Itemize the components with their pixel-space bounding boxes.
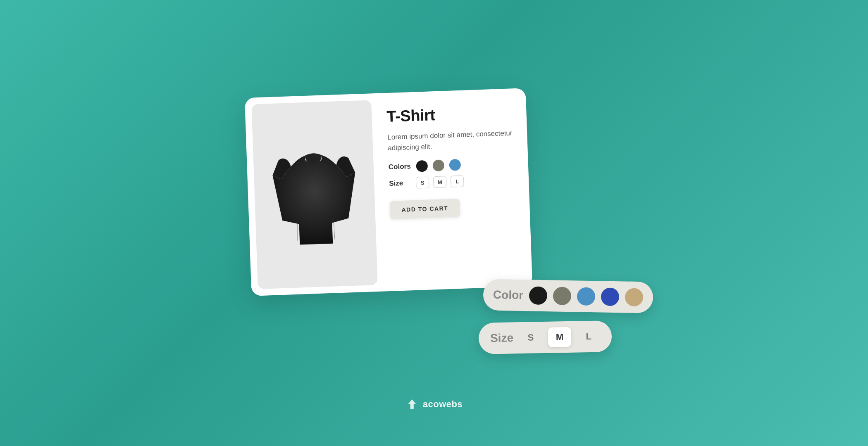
color-option-gray[interactable]	[432, 159, 444, 171]
size-btn-s[interactable]: S	[416, 177, 429, 189]
color-pill-gray[interactable]	[553, 287, 572, 305]
logo-container: acowebs	[405, 398, 463, 411]
color-pill-tan[interactable]	[625, 288, 644, 306]
color-pill-label: Color	[493, 288, 524, 302]
size-label: Size	[389, 179, 412, 188]
product-colors-row: Colors	[388, 157, 516, 173]
color-selector-pill: Color	[483, 279, 653, 313]
acowebs-logo-icon	[405, 398, 419, 411]
color-pill-black[interactable]	[529, 286, 548, 305]
colors-label: Colors	[389, 162, 412, 171]
color-pill-dark-blue[interactable]	[601, 287, 620, 306]
product-info: T-Shirt Lorem ipsum dolor sit amet, cons…	[378, 88, 533, 291]
size-pill-label: Size	[490, 331, 514, 345]
product-image	[267, 135, 362, 254]
product-title: T-Shirt	[386, 103, 514, 126]
size-btn-l[interactable]: L	[451, 176, 464, 187]
product-sizes-row: Size S M L	[389, 173, 517, 190]
color-pill-steel-blue[interactable]	[577, 287, 596, 306]
add-to-cart-button[interactable]: ADD TO CART	[390, 199, 460, 219]
size-pill-btn-s[interactable]: S	[519, 327, 543, 348]
size-btn-m[interactable]: M	[433, 176, 447, 188]
size-pill-btn-m[interactable]: M	[548, 327, 572, 347]
size-selector-pill: Size S M L	[478, 320, 612, 354]
color-option-black[interactable]	[416, 160, 428, 172]
color-option-blue[interactable]	[449, 159, 461, 171]
product-description: Lorem ipsum dolor sit amet, consectetur …	[387, 128, 515, 153]
product-card: T-Shirt Lorem ipsum dolor sit amet, cons…	[245, 88, 532, 296]
size-pill-btn-l[interactable]: L	[577, 327, 601, 347]
product-image-area	[251, 100, 377, 289]
main-scene: T-Shirt Lorem ipsum dolor sit amet, cons…	[248, 68, 620, 378]
logo-text: acowebs	[423, 399, 463, 410]
